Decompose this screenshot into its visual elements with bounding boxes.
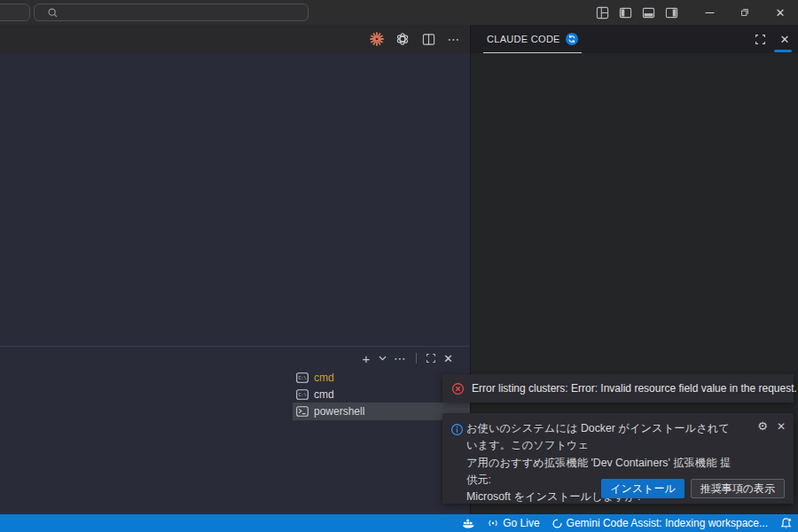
minimize-window-button[interactable]: [692, 0, 727, 25]
show-recommendations-button[interactable]: 推奨事項の表示: [691, 479, 785, 498]
message-line: お使いのシステムには Docker がインストールされています。このソフトウェ: [466, 420, 732, 455]
tab-claude-code[interactable]: CLAUDE CODE: [483, 25, 582, 53]
titlebar: ✕: [0, 0, 798, 25]
terminal-maximize-button[interactable]: [423, 348, 439, 368]
close-icon: ✕: [780, 33, 790, 46]
terminal-panel: + ⋯ ✕ C:\ cmd C:\ cmd: [0, 346, 470, 514]
docker-notification[interactable]: お使いのシステムには Docker がインストールされています。このソフトウェ …: [442, 413, 794, 504]
powershell-terminal-icon: [296, 406, 309, 417]
spinner-icon: [552, 518, 563, 529]
panel-progress-indicator: [774, 50, 792, 52]
gemini-status-label: Gemini Code Assist: Indexing workspace..…: [567, 517, 768, 529]
toggle-primary-sidebar-button[interactable]: [614, 0, 637, 25]
terminal-more-actions-button[interactable]: ⋯: [391, 348, 410, 368]
statusbar: Go Live Gemini Code Assist: Indexing wor…: [0, 514, 798, 532]
svg-text:C:\: C:\: [298, 393, 306, 398]
claude-action-button[interactable]: [367, 28, 387, 50]
info-icon: [450, 423, 464, 436]
claude-starburst-icon: [370, 32, 384, 46]
vscode-window: ✕: [0, 0, 798, 532]
restore-window-button[interactable]: [727, 0, 763, 25]
panel-maximize-button[interactable]: [750, 29, 770, 49]
editor-more-actions-button[interactable]: ⋯: [444, 28, 464, 50]
search-input[interactable]: [59, 6, 280, 19]
docker-icon: [462, 517, 475, 529]
terminal-tab-label: cmd: [314, 372, 334, 384]
close-icon: ✕: [443, 352, 453, 365]
panel-close-button[interactable]: ✕: [775, 29, 794, 49]
docker-status-item[interactable]: [462, 517, 475, 529]
tab-label: CLAUDE CODE: [487, 34, 560, 44]
notification-settings-gear-icon[interactable]: ⚙: [757, 419, 768, 433]
error-icon: [451, 382, 465, 395]
separator: [416, 353, 417, 364]
error-message: Error listing clusters: Error: Invalid r…: [472, 382, 797, 395]
close-window-button[interactable]: ✕: [763, 0, 798, 25]
cmd-terminal-icon: C:\: [296, 389, 309, 400]
new-terminal-button[interactable]: +: [359, 348, 373, 368]
split-editor-button[interactable]: [419, 28, 438, 50]
editor-tab-strip: ⋯: [0, 25, 471, 53]
toggle-secondary-sidebar-button[interactable]: [660, 0, 683, 25]
editor-area: ェルカム ページを表示: [0, 53, 470, 346]
notifications-bell-button[interactable]: [779, 517, 793, 530]
command-center-left-segment[interactable]: [0, 4, 30, 21]
customize-layout-button[interactable]: [591, 0, 614, 25]
toggle-panel-button[interactable]: [637, 0, 660, 25]
error-notification[interactable]: Error listing clusters: Error: Invalid r…: [442, 374, 794, 403]
cmd-terminal-icon: C:\: [296, 372, 309, 383]
search-icon: [47, 7, 59, 19]
openai-logo-icon: [395, 32, 410, 46]
terminal-close-button[interactable]: ✕: [441, 348, 456, 368]
command-center[interactable]: [34, 4, 309, 21]
split-editor-icon: [422, 33, 435, 46]
svg-text:C:\: C:\: [298, 376, 306, 381]
sync-badge-icon: [566, 33, 578, 45]
broadcast-icon: [487, 517, 499, 529]
terminal-profile-dropdown-button[interactable]: [375, 348, 389, 368]
secondary-panel-header: CLAUDE CODE ✕: [471, 25, 798, 53]
more-actions-icon: ⋯: [448, 32, 461, 46]
install-button[interactable]: インストール: [601, 479, 684, 498]
gemini-status-item[interactable]: Gemini Code Assist: Indexing workspace..…: [552, 517, 768, 529]
chatgpt-action-button[interactable]: [393, 28, 412, 50]
bell-dot-icon: [779, 517, 793, 530]
go-live-button[interactable]: Go Live: [487, 517, 539, 529]
notification-close-icon[interactable]: ✕: [777, 420, 786, 433]
terminal-tab-label: powershell: [314, 405, 364, 418]
go-live-label: Go Live: [503, 517, 539, 529]
terminal-tab-label: cmd: [314, 388, 334, 401]
